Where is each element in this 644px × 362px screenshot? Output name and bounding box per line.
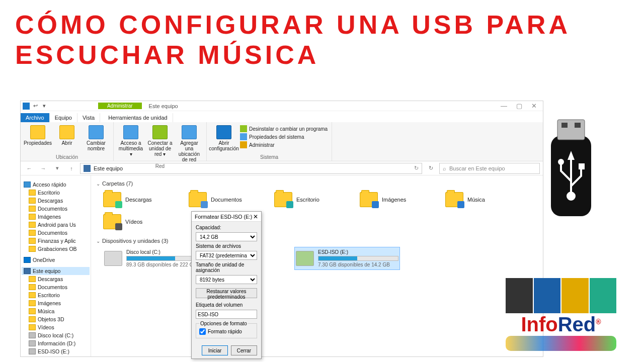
- folder-escritorio[interactable]: Escritorio: [274, 190, 350, 210]
- folder-icon: [29, 230, 36, 236]
- nav-item-documents[interactable]: Documentos: [22, 205, 90, 213]
- folder-icon: [103, 192, 121, 207]
- quick-format-label: Formato rápido: [208, 329, 242, 334]
- open-button[interactable]: Abrir: [54, 124, 80, 153]
- capacity-select[interactable]: 14,2 GB: [196, 232, 257, 241]
- rename-button[interactable]: Cambiar nombre: [83, 124, 109, 153]
- filesystem-select[interactable]: FAT32 (predeterminado): [196, 251, 257, 260]
- cloud-icon: [24, 257, 31, 263]
- refresh-icon[interactable]: ↻: [425, 163, 436, 174]
- nav-item-downloads[interactable]: Descargas: [22, 197, 90, 205]
- folder-icon: [29, 238, 36, 244]
- nav-pc-desktop[interactable]: Escritorio: [22, 291, 90, 299]
- nav-pc-documents[interactable]: Documentos: [22, 283, 90, 291]
- manage-link[interactable]: Administrar: [240, 141, 328, 148]
- system-properties-link[interactable]: Propiedades del sistema: [240, 133, 328, 140]
- format-dialog: Formatear ESD-ISO (E:) ✕ Capacidad: 14,2…: [191, 211, 262, 359]
- tab-view[interactable]: Vista: [77, 113, 100, 122]
- drive-e-usb[interactable]: ESD-ISO (E:) 7.30 GB disponibles de 14.2…: [294, 247, 400, 270]
- maximize-button[interactable]: ▢: [516, 102, 522, 110]
- folder-descargas[interactable]: Descargas: [103, 190, 179, 210]
- open-settings-button[interactable]: Abrir configuración: [211, 124, 237, 153]
- nav-item-desktop[interactable]: Escritorio: [22, 189, 90, 197]
- tab-computer[interactable]: Equipo: [50, 113, 77, 122]
- capacity-bar: [318, 256, 398, 261]
- nav-this-pc[interactable]: Este equipo: [22, 267, 90, 275]
- usb-stick-illustration: [528, 116, 614, 231]
- nav-item-finanzas[interactable]: Finanzas y Aplic: [22, 237, 90, 245]
- nav-item-documents2[interactable]: Documentos: [22, 229, 90, 237]
- qat-dropdown-icon[interactable]: ▾: [41, 103, 48, 110]
- format-options-group: Opciones de formato Formato rápido: [196, 321, 257, 338]
- start-button[interactable]: Iniciar: [202, 345, 228, 355]
- file-explorer-window: ↩ ▾ Administrar Este equipo — ▢ ✕ Archiv…: [20, 101, 543, 357]
- pc-icon: [84, 165, 91, 172]
- drive-icon: [29, 332, 36, 338]
- infored-logo: InfoRed®: [498, 277, 624, 352]
- folder-videos[interactable]: Vídeos: [103, 212, 179, 232]
- nav-pc-videos[interactable]: Vídeos: [22, 323, 90, 331]
- media-access-button[interactable]: Acceso a multimedia ▾: [118, 124, 144, 162]
- nav-item-android[interactable]: Android para Us: [22, 221, 90, 229]
- properties-button[interactable]: Propiedades: [25, 124, 51, 153]
- tab-drive-tools[interactable]: Herramientas de unidad: [103, 113, 173, 122]
- nav-item-pictures[interactable]: Imágenes: [22, 213, 90, 221]
- folder-musica[interactable]: Música: [445, 190, 521, 210]
- close-button[interactable]: Cerrar: [231, 345, 257, 355]
- folder-icon: [29, 190, 36, 196]
- volume-label: Etiqueta del volumen: [196, 302, 257, 308]
- manage-icon: [240, 141, 247, 148]
- restore-defaults-button[interactable]: Restaurar valores predeterminados: [196, 288, 257, 298]
- window-title: Este equipo: [149, 103, 178, 109]
- drives-group-header[interactable]: Dispositivos y unidades (3): [96, 236, 538, 246]
- up-button[interactable]: ↑: [66, 163, 77, 174]
- tab-file[interactable]: Archivo: [21, 113, 50, 122]
- quick-format-checkbox[interactable]: [199, 328, 206, 335]
- svg-rect-3: [575, 123, 581, 128]
- logo-cables: [506, 336, 616, 351]
- map-drive-button[interactable]: Conectar a unidad de red ▾: [147, 124, 173, 162]
- contextual-tab-label: Administrar: [98, 103, 142, 109]
- address-bar[interactable]: Este equipo ↻: [80, 163, 422, 174]
- nav-pc-pictures[interactable]: Imágenes: [22, 299, 90, 307]
- navigation-pane: Acceso rápido Escritorio Descargas Docum…: [21, 175, 91, 356]
- folder-icon: [29, 222, 36, 228]
- volume-input[interactable]: [196, 310, 257, 319]
- allocation-select[interactable]: 8192 bytes: [196, 275, 257, 284]
- refresh-address-icon[interactable]: ↻: [414, 165, 419, 171]
- nav-pc-drive-d[interactable]: Información (D:): [22, 339, 90, 347]
- folders-group-header[interactable]: Carpetas (7): [96, 178, 538, 189]
- content-pane: Carpetas (7) Descargas Documentos Escrit…: [91, 175, 543, 356]
- nav-pc-drive-c[interactable]: Disco local (C:): [22, 331, 90, 339]
- ribbon-system-list: Desinstalar o cambiar un programa Propie…: [240, 124, 328, 153]
- folder-imagenes[interactable]: Imágenes: [360, 190, 435, 210]
- ribbon-group-network: Acceso a multimedia ▾ Conectar a unidad …: [114, 122, 207, 161]
- forward-button[interactable]: →: [38, 163, 49, 174]
- ribbon-group-label: Sistema: [211, 153, 328, 160]
- svg-point-8: [558, 159, 564, 165]
- properties-icon: [240, 133, 247, 140]
- nav-pc-3dobjects[interactable]: Objetos 3D: [22, 315, 90, 323]
- nav-onedrive[interactable]: OneDrive: [22, 256, 90, 264]
- recent-button[interactable]: ▾: [52, 163, 63, 174]
- nav-pc-drive-e[interactable]: ESD-ISO (E:): [22, 347, 90, 355]
- nav-quick-access[interactable]: Acceso rápido: [22, 180, 90, 189]
- nav-item-grabaciones[interactable]: Grabaciones OB: [22, 245, 90, 253]
- search-box[interactable]: ⌕ Buscar en Este equipo: [439, 163, 540, 174]
- folder-documentos[interactable]: Documentos: [189, 190, 264, 210]
- nav-pc-music[interactable]: Música: [22, 307, 90, 315]
- nav-pc-downloads[interactable]: Descargas: [22, 275, 90, 283]
- headline: CÓMO CONFIGURAR UNA USB PARA ESCUCHAR MÚ…: [0, 0, 644, 75]
- back-button[interactable]: ←: [24, 163, 35, 174]
- close-button[interactable]: ✕: [531, 102, 537, 110]
- dialog-close-button[interactable]: ✕: [253, 213, 258, 220]
- folder-icon: [103, 214, 121, 229]
- drive-icon: [29, 340, 36, 346]
- add-location-button[interactable]: Agregar una ubicación de red: [176, 124, 202, 162]
- uninstall-program-link[interactable]: Desinstalar o cambiar un programa: [240, 125, 328, 132]
- folder-icon: [29, 206, 36, 212]
- address-bar-row: ← → ▾ ↑ Este equipo ↻ ↻ ⌕ Buscar en Este…: [21, 161, 543, 175]
- folder-icon: [29, 300, 36, 306]
- qat-undo-icon[interactable]: ↩: [32, 103, 39, 110]
- minimize-button[interactable]: —: [501, 102, 507, 110]
